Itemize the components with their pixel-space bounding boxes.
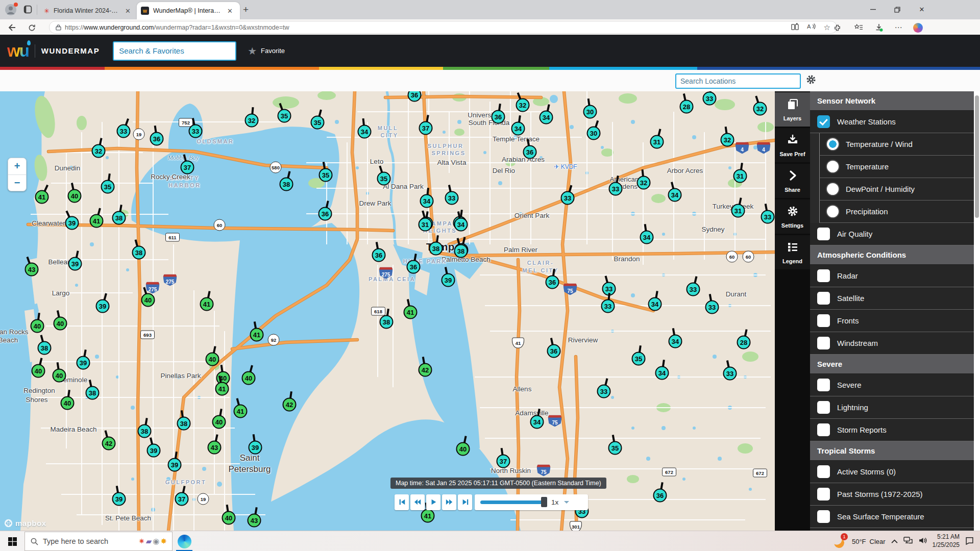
layer-row-active-storms-0-[interactable]: Active Storms (0) bbox=[810, 461, 974, 483]
tray-chevron-up-icon[interactable] bbox=[891, 537, 898, 546]
layer-row-severe[interactable]: Severe bbox=[810, 374, 974, 396]
checkbox[interactable] bbox=[817, 379, 830, 391]
radio-button[interactable] bbox=[827, 138, 839, 150]
favorite-control[interactable]: ★ Favorite bbox=[248, 45, 285, 57]
play-icon bbox=[430, 498, 437, 506]
station-temperature: 28 bbox=[737, 336, 751, 349]
sidebar-tab-share[interactable]: Share bbox=[775, 164, 810, 198]
layer-row-windstream[interactable]: Windstream bbox=[810, 332, 974, 355]
layer-row-radar[interactable]: Radar bbox=[810, 265, 974, 287]
wu-logo[interactable]: wu bbox=[7, 42, 29, 59]
layer-row-temperature-wind[interactable]: Temperature / Wind bbox=[819, 133, 974, 156]
taskbar-clock[interactable]: 5:21 AM 1/25/2025 bbox=[933, 533, 960, 549]
start-button[interactable] bbox=[0, 531, 24, 551]
minimize-button[interactable] bbox=[862, 0, 884, 19]
mapbox-attribution[interactable]: mapbox bbox=[4, 519, 46, 528]
more-menu-icon[interactable]: ⋯ bbox=[893, 22, 903, 33]
extensions-icon[interactable] bbox=[832, 22, 842, 33]
rewind-button[interactable] bbox=[410, 494, 425, 510]
slider-handle[interactable] bbox=[541, 497, 547, 507]
scrollbar-thumb[interactable] bbox=[975, 95, 979, 218]
radio-button[interactable] bbox=[827, 206, 839, 217]
back-icon[interactable] bbox=[7, 22, 17, 33]
settings-gear-icon[interactable] bbox=[805, 74, 817, 87]
copilot-icon[interactable] bbox=[913, 22, 923, 33]
checkbox[interactable] bbox=[817, 337, 830, 349]
station-temperature: 32 bbox=[637, 176, 651, 190]
checkbox[interactable] bbox=[817, 423, 830, 436]
layer-row-dewpoint-humidity[interactable]: DewPoint / Humidity bbox=[819, 178, 974, 201]
favorite-star-icon[interactable]: ☆ bbox=[824, 23, 830, 32]
volume-icon[interactable] bbox=[918, 537, 927, 546]
checkbox[interactable] bbox=[817, 510, 830, 523]
checkbox[interactable] bbox=[817, 115, 830, 128]
skip-end-button[interactable] bbox=[458, 494, 472, 510]
downloads-icon[interactable] bbox=[874, 22, 884, 33]
checkbox[interactable] bbox=[817, 465, 830, 478]
browser-profile-avatar[interactable] bbox=[5, 4, 17, 16]
checkbox[interactable] bbox=[817, 228, 830, 240]
layer-row-satellite[interactable]: Satellite bbox=[810, 287, 974, 310]
station-temperature: 38 bbox=[380, 315, 394, 329]
save-icon bbox=[787, 134, 799, 148]
address-bar[interactable]: https://www.wunderground.com/wundermap?r… bbox=[49, 21, 837, 34]
zoom-in-button[interactable]: + bbox=[8, 158, 26, 175]
split-screen-icon[interactable] bbox=[791, 23, 799, 32]
network-icon[interactable] bbox=[903, 537, 913, 546]
sidebar-tab-save-pref[interactable]: Save Pref bbox=[775, 128, 810, 162]
zoom-out-button[interactable]: − bbox=[8, 175, 26, 191]
taskbar-weather-widget[interactable]: 1 bbox=[834, 535, 846, 548]
layer-row-weather-stations[interactable]: Weather Stations bbox=[810, 111, 974, 133]
checkbox[interactable] bbox=[817, 488, 830, 500]
chevron-down-icon[interactable] bbox=[564, 501, 569, 506]
station-temperature: 36 bbox=[547, 344, 561, 358]
windows-taskbar: Type here to search ✷▰◉✸ 1 50°F Clear 5:… bbox=[0, 531, 980, 551]
taskbar-edge-app[interactable] bbox=[173, 531, 196, 551]
speed-value[interactable]: 1x bbox=[551, 498, 558, 506]
close-window-button[interactable]: ✕ bbox=[911, 0, 933, 19]
tab-workspaces-icon[interactable] bbox=[23, 5, 32, 16]
checkbox[interactable] bbox=[817, 401, 830, 414]
restore-button[interactable] bbox=[886, 0, 909, 19]
close-tab-icon[interactable]: ✕ bbox=[124, 7, 132, 15]
station-temperature: 33 bbox=[597, 385, 611, 398]
sidebar-tab-legend[interactable]: Legend bbox=[775, 235, 810, 269]
weather-text[interactable]: 50°F Clear bbox=[852, 538, 886, 545]
skip-start-button[interactable] bbox=[395, 494, 409, 510]
close-tab-icon[interactable]: ✕ bbox=[226, 7, 234, 15]
refresh-icon[interactable] bbox=[27, 22, 37, 33]
layer-row-lightning[interactable]: Lightning bbox=[810, 396, 974, 419]
radio-button[interactable] bbox=[827, 161, 839, 172]
layer-row-storm-reports[interactable]: Storm Reports bbox=[810, 419, 974, 441]
sidebar-tab-layers[interactable]: Layers bbox=[775, 92, 810, 127]
layer-row-precipitation[interactable]: Precipitation bbox=[819, 201, 974, 223]
favorites-bar-icon[interactable] bbox=[853, 22, 864, 33]
layer-row-sea-surface-temperature[interactable]: Sea Surface Temperature bbox=[810, 506, 974, 528]
browser-tab-strip: ✳ Florida Winter 2024-2025 - Page 1 ✕ w … bbox=[0, 0, 980, 19]
layer-row-fronts[interactable]: Fronts bbox=[810, 310, 974, 332]
weather-condition: Clear bbox=[870, 538, 886, 545]
checkbox[interactable] bbox=[817, 269, 830, 282]
layer-row-air-quality[interactable]: Air Quality bbox=[810, 223, 974, 245]
url-text[interactable]: https://www.wunderground.com/wundermap?r… bbox=[65, 24, 788, 31]
read-aloud-icon[interactable]: A bbox=[807, 23, 816, 31]
radio-button[interactable] bbox=[827, 183, 839, 195]
search-highlight-graphic[interactable]: ✷▰◉✸ bbox=[138, 537, 167, 546]
fast-forward-button[interactable] bbox=[442, 494, 456, 510]
play-button[interactable] bbox=[426, 494, 440, 510]
new-tab-button[interactable]: + bbox=[243, 4, 249, 15]
browser-tab-florida-winter[interactable]: ✳ Florida Winter 2024-2025 - Page 1 ✕ bbox=[40, 3, 136, 18]
panel-scrollbar[interactable] bbox=[974, 91, 980, 531]
map-canvas[interactable]: DunedinClearwaterLargoBelleairSeminolePi… bbox=[0, 91, 775, 531]
browser-tab-wundermap[interactable]: w WunderMap® | Interactive Weath... ✕ bbox=[137, 2, 240, 19]
sidebar-tab-settings[interactable]: Settings bbox=[775, 199, 810, 234]
layer-row-past-storms-1972-2025-[interactable]: Past Storms (1972-2025) bbox=[810, 483, 974, 506]
taskbar-search-box[interactable]: Type here to search ✷▰◉✸ bbox=[24, 532, 173, 551]
action-center-icon[interactable] bbox=[965, 536, 974, 547]
search-locations-input[interactable] bbox=[675, 73, 801, 89]
time-slider[interactable] bbox=[480, 500, 546, 504]
checkbox[interactable] bbox=[817, 314, 830, 327]
layer-row-temperature[interactable]: Temperature bbox=[819, 156, 974, 178]
search-favorites-input[interactable] bbox=[113, 41, 236, 61]
checkbox[interactable] bbox=[817, 292, 830, 305]
